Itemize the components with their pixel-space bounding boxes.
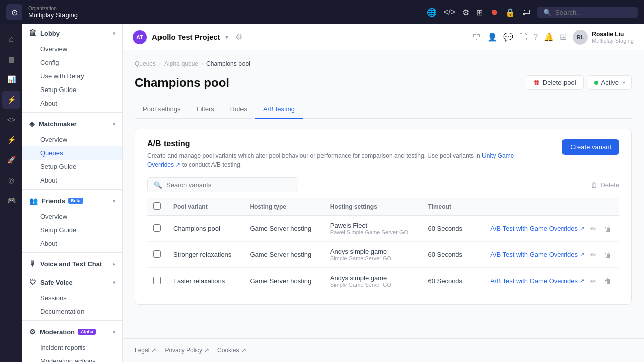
sidebar-item-setup-friends[interactable]: Setup Guide: [22, 223, 122, 237]
breadcrumb-alpha-queue[interactable]: Alpha-queue: [164, 60, 198, 67]
delete-pool-button[interactable]: 🗑 Delete pool: [526, 75, 584, 90]
shield-header-icon[interactable]: 🛡: [473, 33, 481, 42]
row3-checkbox[interactable]: [153, 277, 161, 284]
rail-code-icon[interactable]: <>: [2, 111, 20, 129]
record-icon[interactable]: ⏺: [490, 8, 498, 17]
sidebar-header-safe-voice[interactable]: 🛡 Safe Voice ▾: [22, 273, 122, 291]
apps-header-icon[interactable]: ⊞: [560, 32, 567, 42]
help-header-icon[interactable]: ?: [533, 33, 538, 42]
sidebar-item-documentation[interactable]: Documentation: [22, 305, 122, 318]
matchmaker-label: Matchmaker: [39, 120, 77, 128]
sidebar-item-setup-lobby[interactable]: Setup Guide: [22, 83, 122, 97]
row3-delete-button[interactable]: 🗑: [602, 275, 613, 287]
row1-settings-sub: Pawel Simple Game Server GO: [330, 229, 416, 235]
row1-hosting-settings: Pawels Fleet Pawel Simple Game Server GO: [324, 216, 422, 242]
sidebar-header-moderation[interactable]: ⚙ Moderation Alpha ▾: [22, 323, 122, 341]
sidebar-item-about-mm[interactable]: About: [22, 173, 122, 187]
breadcrumb-sep-1: ›: [159, 60, 161, 67]
row2-game-overrides-link[interactable]: A/B Test with Game Overrides ↗: [490, 251, 584, 258]
row3-ext-icon: ↗: [580, 278, 584, 284]
tab-ab-testing[interactable]: A/B testing: [255, 100, 303, 119]
sidebar-item-overview-friends[interactable]: Overview: [22, 210, 122, 223]
row2-edit-button[interactable]: ✏: [588, 249, 598, 261]
sidebar-item-about-friends[interactable]: About: [22, 237, 122, 250]
row3-settings-sub: Simple Game Server GO: [330, 282, 416, 288]
row1-game-overrides-link[interactable]: A/B Test with Game Overrides ↗: [490, 225, 584, 232]
lobby-icon: 🏛: [29, 29, 36, 37]
project-header: AT Apollo Test Project ▾ ⚙ 🛡 👤 💬 ⛶ ? 🔔 ⊞…: [123, 24, 644, 50]
chat-header-icon[interactable]: 💬: [503, 32, 513, 42]
variants-search-box[interactable]: 🔍: [147, 177, 298, 192]
bell-header-icon[interactable]: 🔔: [544, 32, 554, 42]
sidebar-item-relay[interactable]: Use with Relay: [22, 69, 122, 83]
user-avatar[interactable]: RL: [573, 30, 588, 45]
row2-timeout: 60 Seconds: [422, 242, 472, 268]
sidebar-header-lobby[interactable]: 🏛 Lobby ▾: [22, 24, 122, 42]
row1-checkbox[interactable]: [153, 224, 161, 232]
sidebar-item-overview-mm[interactable]: Overview: [22, 133, 122, 146]
row3-hosting-settings: Andys simple game Simple Game Server GO: [324, 268, 422, 294]
lock-icon[interactable]: 🔒: [505, 8, 515, 17]
footer-legal-link[interactable]: Legal ↗: [135, 347, 156, 354]
breadcrumb-sep-2: ›: [201, 60, 203, 67]
row2-settings-name: Andys simple game: [330, 248, 416, 255]
settings-icon[interactable]: ⚙: [462, 8, 469, 17]
row1-edit-button[interactable]: ✏: [588, 223, 598, 235]
lobby-chevron-icon: ▾: [113, 31, 115, 36]
row2-pool-variant: Stronger relaxations: [167, 242, 244, 268]
tag-icon[interactable]: 🏷: [522, 8, 530, 17]
sidebar-item-sessions[interactable]: Sessions: [22, 291, 122, 305]
sidebar-header-friends[interactable]: 👥 Friends Beta ▾: [22, 192, 122, 210]
grid-icon[interactable]: ⊞: [476, 8, 483, 17]
sidebar-item-mod-actions[interactable]: Moderation actions: [22, 354, 122, 362]
sidebar-header-voice[interactable]: 🎙 Voice and Text Chat ▸: [22, 255, 122, 273]
expand-header-icon[interactable]: ⛶: [519, 33, 527, 42]
friends-label: Friends: [42, 197, 65, 205]
variants-search-input[interactable]: [166, 181, 292, 189]
row1-delete-button[interactable]: 🗑: [602, 223, 613, 235]
row2-delete-button[interactable]: 🗑: [602, 249, 613, 261]
project-chevron-icon[interactable]: ▾: [225, 34, 228, 41]
ab-testing-panel: A/B testing Create and manage pool varia…: [135, 129, 632, 305]
row2-actions: A/B Test with Game Overrides ↗ ✏ 🗑: [472, 242, 619, 268]
rail-server-icon[interactable]: ⚡: [2, 90, 20, 109]
rail-rocket-icon[interactable]: 🚀: [2, 151, 20, 169]
search-box[interactable]: 🔍: [537, 7, 638, 18]
sidebar-item-overview-lobby[interactable]: Overview: [22, 42, 122, 56]
footer-cookies-link[interactable]: Cookies ↗: [217, 347, 246, 354]
row2-settings-sub: Simple Game Server GO: [330, 255, 416, 261]
safe-voice-label: Safe Voice: [40, 279, 73, 286]
sidebar-item-incidents[interactable]: Incident reports: [22, 341, 122, 354]
sidebar-item-queues[interactable]: Queues: [22, 146, 122, 160]
users-header-icon[interactable]: 👤: [487, 32, 497, 42]
select-all-checkbox[interactable]: [153, 202, 161, 210]
create-variant-button[interactable]: Create variant: [562, 139, 619, 155]
sidebar-item-setup-mm[interactable]: Setup Guide: [22, 160, 122, 173]
rail-home-icon[interactable]: ⌂: [2, 30, 20, 48]
status-dropdown[interactable]: Active ▾: [588, 75, 632, 90]
rail-circle-icon[interactable]: ◎: [2, 171, 20, 189]
search-input[interactable]: [555, 9, 632, 16]
sidebar-item-config[interactable]: Config: [22, 56, 122, 69]
rail-game-icon[interactable]: 🎮: [2, 191, 20, 209]
globe-icon[interactable]: 🌐: [427, 8, 437, 17]
project-settings-icon[interactable]: ⚙: [235, 32, 243, 42]
app-logo[interactable]: ⊙: [6, 4, 22, 20]
tab-pool-settings[interactable]: Pool settings: [135, 100, 188, 119]
footer-privacy-link[interactable]: Privacy Policy ↗: [165, 347, 209, 354]
rail-dashboard-icon[interactable]: ▦: [2, 50, 20, 68]
row2-checkbox[interactable]: [153, 250, 161, 258]
tab-filters[interactable]: Filters: [188, 100, 222, 119]
sidebar-header-matchmaker[interactable]: ◈ Matchmaker ▾: [22, 115, 122, 133]
sidebar-item-about-lobby[interactable]: About: [22, 97, 122, 110]
row3-game-overrides-link[interactable]: A/B Test with Game Overrides ↗: [490, 277, 584, 285]
row3-edit-button[interactable]: ✏: [588, 275, 598, 287]
delete-text-button[interactable]: 🗑 Delete: [591, 181, 619, 189]
rail-chart-icon[interactable]: 📊: [2, 70, 20, 88]
rail-lightning-icon[interactable]: ⚡: [2, 131, 20, 149]
org-label: Organization: [28, 6, 78, 11]
breadcrumb-queues[interactable]: Queues: [135, 60, 156, 67]
code-icon[interactable]: </>: [444, 8, 455, 17]
tab-rules[interactable]: Rules: [222, 100, 255, 119]
row2-checkbox-cell: [147, 242, 167, 268]
